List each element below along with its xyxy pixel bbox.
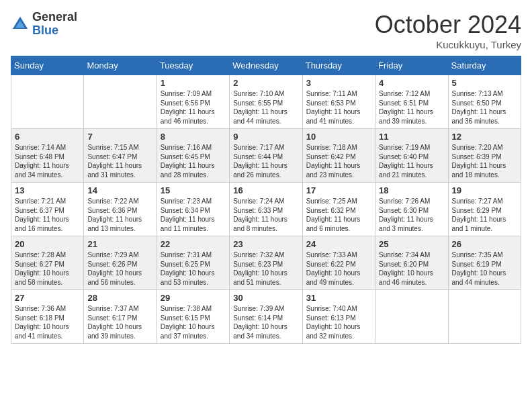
day-info: Sunrise: 7:15 AM Sunset: 6:47 PM Dayligh… bbox=[87, 143, 152, 179]
calendar-table: SundayMondayTuesdayWednesdayThursdayFrid… bbox=[11, 56, 521, 344]
day-info: Sunrise: 7:26 AM Sunset: 6:30 PM Dayligh… bbox=[379, 197, 444, 233]
day-info: Sunrise: 7:39 AM Sunset: 6:14 PM Dayligh… bbox=[233, 304, 298, 340]
day-number: 2 bbox=[233, 78, 298, 88]
day-info: Sunrise: 7:28 AM Sunset: 6:27 PM Dayligh… bbox=[15, 250, 80, 287]
weekday-header-saturday: Saturday bbox=[448, 56, 521, 75]
day-number: 8 bbox=[161, 132, 226, 142]
calendar-cell: 30Sunrise: 7:39 AM Sunset: 6:14 PM Dayli… bbox=[230, 290, 302, 344]
logo: General Blue bbox=[11, 11, 77, 38]
day-number: 15 bbox=[161, 185, 226, 195]
calendar-cell: 15Sunrise: 7:23 AM Sunset: 6:34 PM Dayli… bbox=[157, 183, 229, 236]
day-info: Sunrise: 7:16 AM Sunset: 6:45 PM Dayligh… bbox=[161, 143, 226, 179]
calendar-week-4: 20Sunrise: 7:28 AM Sunset: 6:27 PM Dayli… bbox=[11, 236, 521, 290]
calendar-cell bbox=[448, 290, 521, 344]
calendar-cell: 11Sunrise: 7:19 AM Sunset: 6:40 PM Dayli… bbox=[375, 129, 448, 183]
day-number: 1 bbox=[161, 78, 226, 88]
calendar-cell: 16Sunrise: 7:24 AM Sunset: 6:33 PM Dayli… bbox=[230, 183, 302, 236]
day-number: 24 bbox=[306, 239, 371, 249]
day-number: 9 bbox=[233, 132, 298, 142]
day-info: Sunrise: 7:38 AM Sunset: 6:15 PM Dayligh… bbox=[161, 304, 226, 340]
day-info: Sunrise: 7:20 AM Sunset: 6:39 PM Dayligh… bbox=[452, 143, 517, 179]
logo-text: General Blue bbox=[32, 11, 77, 38]
day-number: 5 bbox=[452, 78, 517, 88]
calendar-cell: 6Sunrise: 7:14 AM Sunset: 6:48 PM Daylig… bbox=[11, 129, 84, 183]
calendar-cell: 18Sunrise: 7:26 AM Sunset: 6:30 PM Dayli… bbox=[375, 183, 448, 236]
day-info: Sunrise: 7:24 AM Sunset: 6:33 PM Dayligh… bbox=[233, 197, 298, 233]
calendar-cell: 31Sunrise: 7:40 AM Sunset: 6:13 PM Dayli… bbox=[302, 290, 375, 344]
day-number: 23 bbox=[233, 239, 298, 249]
calendar-cell: 22Sunrise: 7:31 AM Sunset: 6:25 PM Dayli… bbox=[157, 236, 229, 290]
day-info: Sunrise: 7:09 AM Sunset: 6:56 PM Dayligh… bbox=[161, 89, 226, 126]
calendar-cell: 28Sunrise: 7:37 AM Sunset: 6:17 PM Dayli… bbox=[84, 290, 157, 344]
calendar-week-5: 27Sunrise: 7:36 AM Sunset: 6:18 PM Dayli… bbox=[11, 290, 521, 344]
day-info: Sunrise: 7:36 AM Sunset: 6:18 PM Dayligh… bbox=[15, 304, 80, 340]
calendar-cell: 2Sunrise: 7:10 AM Sunset: 6:55 PM Daylig… bbox=[230, 75, 302, 129]
day-info: Sunrise: 7:33 AM Sunset: 6:22 PM Dayligh… bbox=[306, 250, 371, 287]
day-number: 11 bbox=[379, 132, 444, 142]
day-info: Sunrise: 7:13 AM Sunset: 6:50 PM Dayligh… bbox=[452, 89, 517, 126]
day-info: Sunrise: 7:18 AM Sunset: 6:42 PM Dayligh… bbox=[306, 143, 371, 179]
calendar-cell: 27Sunrise: 7:36 AM Sunset: 6:18 PM Dayli… bbox=[11, 290, 84, 344]
day-info: Sunrise: 7:11 AM Sunset: 6:53 PM Dayligh… bbox=[306, 89, 371, 126]
calendar-cell bbox=[84, 75, 157, 129]
day-number: 10 bbox=[306, 132, 371, 142]
calendar-week-2: 6Sunrise: 7:14 AM Sunset: 6:48 PM Daylig… bbox=[11, 129, 521, 183]
day-number: 30 bbox=[233, 293, 298, 303]
weekday-header-thursday: Thursday bbox=[302, 56, 375, 75]
day-number: 21 bbox=[87, 239, 152, 249]
day-number: 29 bbox=[161, 293, 226, 303]
calendar-cell: 13Sunrise: 7:21 AM Sunset: 6:37 PM Dayli… bbox=[11, 183, 84, 236]
day-number: 25 bbox=[379, 239, 444, 249]
logo-blue: Blue bbox=[32, 24, 77, 38]
logo-icon bbox=[11, 15, 30, 34]
calendar-cell: 21Sunrise: 7:29 AM Sunset: 6:26 PM Dayli… bbox=[84, 236, 157, 290]
month-title: October 2024 bbox=[375, 11, 521, 39]
calendar-cell: 8Sunrise: 7:16 AM Sunset: 6:45 PM Daylig… bbox=[157, 129, 229, 183]
calendar-cell: 26Sunrise: 7:35 AM Sunset: 6:19 PM Dayli… bbox=[448, 236, 521, 290]
day-number: 3 bbox=[306, 78, 371, 88]
calendar-cell: 17Sunrise: 7:25 AM Sunset: 6:32 PM Dayli… bbox=[302, 183, 375, 236]
day-info: Sunrise: 7:12 AM Sunset: 6:51 PM Dayligh… bbox=[379, 89, 444, 126]
day-info: Sunrise: 7:25 AM Sunset: 6:32 PM Dayligh… bbox=[306, 197, 371, 233]
weekday-header-wednesday: Wednesday bbox=[230, 56, 302, 75]
weekday-header-friday: Friday bbox=[375, 56, 448, 75]
day-info: Sunrise: 7:35 AM Sunset: 6:19 PM Dayligh… bbox=[452, 250, 517, 287]
day-number: 27 bbox=[15, 293, 80, 303]
day-info: Sunrise: 7:32 AM Sunset: 6:23 PM Dayligh… bbox=[233, 250, 298, 287]
day-info: Sunrise: 7:19 AM Sunset: 6:40 PM Dayligh… bbox=[379, 143, 444, 179]
weekday-header-sunday: Sunday bbox=[11, 56, 84, 75]
calendar-cell bbox=[11, 75, 84, 129]
day-info: Sunrise: 7:17 AM Sunset: 6:44 PM Dayligh… bbox=[233, 143, 298, 179]
day-info: Sunrise: 7:22 AM Sunset: 6:36 PM Dayligh… bbox=[87, 197, 152, 233]
title-block: October 2024 Kucukkuyu, Turkey bbox=[375, 11, 521, 50]
calendar-week-1: 1Sunrise: 7:09 AM Sunset: 6:56 PM Daylig… bbox=[11, 75, 521, 129]
day-number: 13 bbox=[15, 185, 80, 195]
calendar-cell: 20Sunrise: 7:28 AM Sunset: 6:27 PM Dayli… bbox=[11, 236, 84, 290]
day-number: 7 bbox=[87, 132, 152, 142]
day-number: 4 bbox=[379, 78, 444, 88]
calendar-cell: 1Sunrise: 7:09 AM Sunset: 6:56 PM Daylig… bbox=[157, 75, 229, 129]
day-info: Sunrise: 7:21 AM Sunset: 6:37 PM Dayligh… bbox=[15, 197, 80, 233]
calendar-cell: 23Sunrise: 7:32 AM Sunset: 6:23 PM Dayli… bbox=[230, 236, 302, 290]
calendar-cell: 19Sunrise: 7:27 AM Sunset: 6:29 PM Dayli… bbox=[448, 183, 521, 236]
day-info: Sunrise: 7:14 AM Sunset: 6:48 PM Dayligh… bbox=[15, 143, 80, 179]
day-info: Sunrise: 7:34 AM Sunset: 6:20 PM Dayligh… bbox=[379, 250, 444, 287]
location: Kucukkuyu, Turkey bbox=[375, 39, 521, 50]
day-number: 28 bbox=[87, 293, 152, 303]
day-number: 6 bbox=[15, 132, 80, 142]
day-info: Sunrise: 7:23 AM Sunset: 6:34 PM Dayligh… bbox=[161, 197, 226, 233]
day-number: 16 bbox=[233, 185, 298, 195]
calendar-cell bbox=[375, 290, 448, 344]
day-number: 18 bbox=[379, 185, 444, 195]
day-number: 17 bbox=[306, 185, 371, 195]
calendar-cell: 14Sunrise: 7:22 AM Sunset: 6:36 PM Dayli… bbox=[84, 183, 157, 236]
day-number: 14 bbox=[87, 185, 152, 195]
weekday-header-monday: Monday bbox=[84, 56, 157, 75]
calendar-cell: 29Sunrise: 7:38 AM Sunset: 6:15 PM Dayli… bbox=[157, 290, 229, 344]
calendar-cell: 3Sunrise: 7:11 AM Sunset: 6:53 PM Daylig… bbox=[302, 75, 375, 129]
calendar-cell: 4Sunrise: 7:12 AM Sunset: 6:51 PM Daylig… bbox=[375, 75, 448, 129]
day-number: 31 bbox=[306, 293, 371, 303]
calendar-cell: 12Sunrise: 7:20 AM Sunset: 6:39 PM Dayli… bbox=[448, 129, 521, 183]
day-number: 12 bbox=[452, 132, 517, 142]
day-info: Sunrise: 7:31 AM Sunset: 6:25 PM Dayligh… bbox=[161, 250, 226, 287]
